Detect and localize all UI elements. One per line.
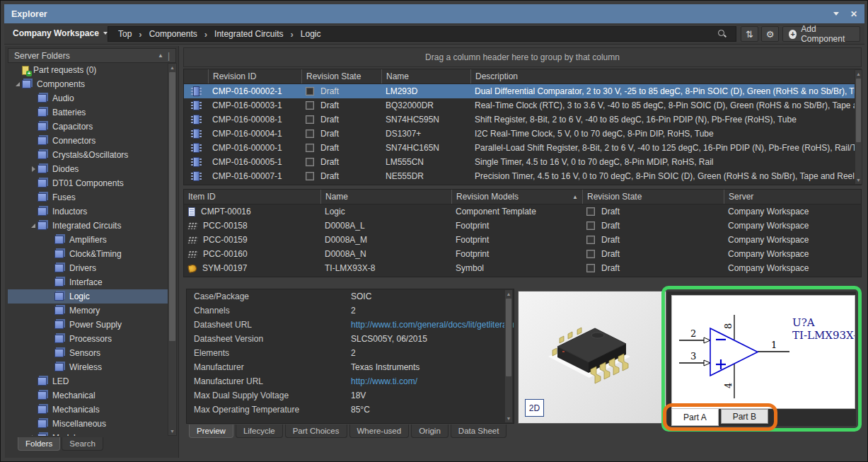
properties-scrollbar[interactable]: ▲ ▼ <box>504 289 513 423</box>
table-row[interactable]: CMP-016-00003-1 Draft BQ32000DR Real-Tim… <box>184 98 861 112</box>
property-row[interactable]: Max Dual Supply Voltage 18V <box>187 388 514 403</box>
panel-menu-icon[interactable] <box>833 12 839 16</box>
tree-item[interactable]: Mechanicals <box>8 403 168 417</box>
property-row[interactable]: Max Operating Temperature 85°C <box>187 403 514 417</box>
detail-tab[interactable]: Preview <box>189 425 233 438</box>
tree-caret-icon[interactable] <box>13 82 22 86</box>
scroll-up-icon[interactable]: ▲ <box>855 70 862 78</box>
revisions-scrollbar[interactable]: ▲ ▼ <box>855 69 862 185</box>
tree-item[interactable]: Wireless <box>8 360 168 374</box>
scroll-up-icon[interactable]: ▲ <box>505 290 512 298</box>
tree-item[interactable]: Fuses <box>8 190 168 204</box>
search-icon[interactable] <box>717 29 727 39</box>
schematic-canvas[interactable]: 2 3 1 8 4 U?A TI-LMX93X-8 <box>671 295 855 409</box>
toggle-2d-button[interactable]: 2D <box>525 399 544 417</box>
property-row[interactable]: Datasheet URL http://www.ti.com/general/… <box>187 318 514 332</box>
breadcrumb-item[interactable]: Components › <box>145 29 210 40</box>
column-header-revision-models[interactable]: Revision Models ▲ <box>451 190 582 204</box>
tree-item[interactable]: Miscellaneous <box>8 417 168 431</box>
state-checkbox[interactable] <box>586 207 595 216</box>
tree-item[interactable]: Sensors <box>8 346 168 360</box>
tree-item[interactable]: Memory <box>8 304 168 318</box>
tree-item[interactable]: Audio <box>8 91 168 105</box>
table-row[interactable]: CMP-016-00005-1 Draft LM555CN Single Tim… <box>184 155 861 169</box>
table-row[interactable]: CMP-016-00004-1 Draft DS1307+ I2C Real-T… <box>184 127 861 141</box>
tree-item[interactable]: Drivers <box>8 261 168 275</box>
state-checkbox[interactable] <box>586 250 595 258</box>
column-header-revision-state[interactable]: Revision State <box>582 190 724 204</box>
state-checkbox[interactable] <box>306 172 314 180</box>
property-row[interactable]: Case/Package SOIC <box>187 289 514 304</box>
state-checkbox[interactable] <box>586 221 595 230</box>
sidebar-tab[interactable]: Search <box>62 437 103 451</box>
breadcrumb-label[interactable]: Integrated Circuits <box>210 29 287 39</box>
property-row[interactable]: Manufacturer URL http://www.ti.com/ <box>187 374 514 388</box>
breadcrumb-item[interactable]: Top › <box>114 29 145 40</box>
add-component-button[interactable]: + Add Component <box>782 26 860 42</box>
state-checkbox[interactable] <box>586 264 595 272</box>
column-header-name[interactable]: Name <box>381 69 470 83</box>
column-header-item-id[interactable]: Item ID <box>184 190 320 204</box>
tree-item[interactable]: DT01 Components <box>8 176 168 190</box>
sidebar-tab[interactable]: Folders <box>18 437 60 451</box>
table-row[interactable]: CMP-016-00008-1 Draft SN74HC595N Shift R… <box>184 112 861 127</box>
tree-item[interactable]: Part requests (0) <box>8 63 168 77</box>
table-row[interactable]: CMPT-00016 Logic Component Template Draf… <box>184 204 861 219</box>
state-checkbox[interactable] <box>306 144 314 152</box>
tree-item[interactable]: Power Supply <box>8 318 168 332</box>
property-row[interactable]: Channels 2 <box>187 304 514 318</box>
column-header-revision-id[interactable]: Revision ID <box>208 69 301 83</box>
scrollbar-thumb[interactable] <box>169 72 175 341</box>
tree-item[interactable]: Logic <box>8 289 168 304</box>
tree-item[interactable]: Crystals&Oscillators <box>8 148 168 162</box>
breadcrumb-label[interactable]: Top <box>114 29 136 39</box>
tree-item[interactable]: Processors <box>8 332 168 346</box>
part-tab[interactable]: Part B <box>721 409 768 424</box>
part-tab[interactable]: Part A <box>671 409 719 426</box>
state-checkbox[interactable] <box>306 129 314 138</box>
column-header-server[interactable]: Server <box>724 190 861 204</box>
table-row[interactable]: PCC-00159 D0008A_M Footprint Draft Compa… <box>184 233 861 247</box>
close-icon[interactable]: ✕ <box>850 9 857 19</box>
property-row[interactable]: Datasheet Version SLCS005Y, 06/2015 <box>187 332 514 346</box>
tree-item[interactable]: Models <box>8 431 168 436</box>
tree-item[interactable]: Connectors <box>8 134 168 148</box>
scroll-down-icon[interactable]: ▼ <box>855 176 862 184</box>
tree-item[interactable]: Components <box>8 77 168 91</box>
table-row[interactable]: CMP-016-00007-1 Draft NE555DR Precision … <box>184 169 861 183</box>
tree-item[interactable]: Clock&Timing <box>8 247 168 261</box>
breadcrumb-item[interactable]: Integrated Circuits › <box>210 29 296 40</box>
tree-item[interactable]: Interface <box>8 275 168 289</box>
detail-tab[interactable]: Where-used <box>349 425 410 438</box>
sync-button[interactable]: ⇅ <box>741 26 758 42</box>
column-header-description[interactable]: Description <box>470 69 861 83</box>
table-row[interactable]: SYM-00197 TI-LMX93X-8 Symbol Draft Compa… <box>184 261 861 275</box>
state-checkbox[interactable] <box>306 158 314 166</box>
tree-item[interactable]: Amplifiers <box>8 233 168 247</box>
tree-item[interactable]: Mechanical <box>8 388 168 403</box>
breadcrumb-label[interactable]: Components <box>145 29 202 39</box>
tree-item[interactable]: Capacitors <box>8 120 168 134</box>
scrollbar-thumb[interactable] <box>856 79 861 142</box>
tree-item[interactable]: LED <box>8 374 168 388</box>
settings-button[interactable]: ⚙ <box>761 26 779 42</box>
detail-tab[interactable]: Part Choices <box>285 425 347 438</box>
column-header-name[interactable]: Name <box>320 190 451 204</box>
preview-3d-panel[interactable]: 2D <box>518 291 666 424</box>
tree-item[interactable]: Integrated Circuits <box>8 219 168 233</box>
scroll-down-icon[interactable]: ▼ <box>168 427 176 435</box>
column-header-revision-state[interactable]: Revision State <box>301 69 381 83</box>
table-row[interactable]: PCC-00158 D0008A_L Footprint Draft Compa… <box>184 219 861 233</box>
tree-item[interactable]: Diodes <box>8 162 168 176</box>
collapse-up-icon[interactable]: ▲ <box>158 52 163 59</box>
table-row[interactable]: PCC-00160 D0008A_N Footprint Draft Compa… <box>184 247 861 261</box>
sidebar-scrollbar[interactable]: ▲ ▼ <box>168 63 177 436</box>
tree-caret-icon[interactable] <box>29 435 37 436</box>
tree-item[interactable]: Inductors <box>8 204 168 219</box>
detail-tab[interactable]: Lifecycle <box>236 425 283 438</box>
tree-item[interactable]: Batteries <box>8 105 168 120</box>
sidebar-header[interactable]: Server Folders ▲ | <box>8 48 176 63</box>
state-checkbox[interactable] <box>306 87 314 96</box>
state-checkbox[interactable] <box>306 115 314 124</box>
property-row[interactable]: Manufacturer Texas Instruments <box>187 360 514 374</box>
